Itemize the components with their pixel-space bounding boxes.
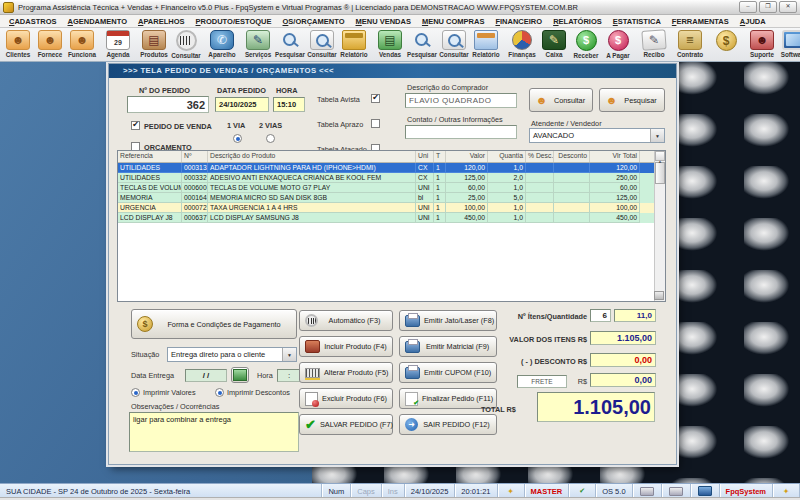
table-cell[interactable] xyxy=(554,183,590,193)
servi-os-toolbar-button[interactable]: ✎Serviços xyxy=(242,29,274,60)
fornece-toolbar-button[interactable]: ☻Fornece xyxy=(34,29,66,60)
menu-item-menu-compras[interactable]: MENU COMPRAS xyxy=(417,16,490,27)
table-cell[interactable]: 450,00 xyxy=(446,213,488,223)
scroll-thumb[interactable] xyxy=(655,162,665,184)
menu-item-estatistica[interactable]: ESTATISTICA xyxy=(608,16,666,27)
emitir-jato-laser-f8-button[interactable]: Emitir Jato/Laser (F8) xyxy=(399,310,497,331)
salvar-pedido-f7-button[interactable]: ✔SALVAR PEDIDO (F7) xyxy=(299,414,393,435)
table-cell[interactable]: 1 xyxy=(434,163,446,173)
table-row[interactable]: MEMORIA000164MEMORIA MICRO SD SAN DISK 8… xyxy=(118,193,665,203)
coins-toolbar-button[interactable]: $ xyxy=(710,29,742,60)
table-cell[interactable]: 125,00 xyxy=(590,193,640,203)
table-row[interactable]: URGENCIA000072TAXA URGENCIA 1 A 4 HRSUNI… xyxy=(118,203,665,213)
table-cell[interactable]: 1 xyxy=(434,183,446,193)
suporte-toolbar-button[interactable]: ☻Suporte xyxy=(746,29,778,60)
order-time-field[interactable]: 15:10 xyxy=(273,97,305,112)
receber-toolbar-button[interactable]: $Receber xyxy=(570,29,602,60)
menu-item-ajuda[interactable]: AJUDA xyxy=(735,16,771,27)
price-table-term-checkbox[interactable] xyxy=(371,119,380,128)
vendas-toolbar-button[interactable]: ▤Vendas xyxy=(374,29,406,60)
aparelho-toolbar-button[interactable]: ✆Aparelho xyxy=(206,29,238,60)
table-cell[interactable]: 000313 xyxy=(182,163,208,173)
column-header-descri-o-do-produto[interactable]: Descrição do Produto xyxy=(208,151,416,162)
table-cell[interactable]: 1 xyxy=(434,213,446,223)
table-cell[interactable] xyxy=(526,163,554,173)
order-date-field[interactable]: 24/10/2025 xyxy=(215,97,269,112)
menu-item-os-or-amento[interactable]: OS/ORÇAMENTO xyxy=(278,16,350,27)
table-cell[interactable]: 1,0 xyxy=(488,203,526,213)
table-cell[interactable]: 25,00 xyxy=(446,193,488,203)
payment-terms-button[interactable]: $ Forma e Condições de Pagamento xyxy=(131,309,297,339)
finan-as-toolbar-button[interactable]: Finanças xyxy=(506,29,538,60)
table-cell[interactable]: 450,00 xyxy=(590,213,640,223)
table-cell[interactable]: 120,00 xyxy=(446,163,488,173)
table-cell[interactable] xyxy=(554,163,590,173)
column-header-referencia[interactable]: Referencia xyxy=(118,151,182,162)
agenda-toolbar-button[interactable]: 29Agenda xyxy=(102,29,134,60)
table-cell[interactable]: 1 xyxy=(434,203,446,213)
table-cell[interactable]: CX xyxy=(416,173,434,183)
a-pagar-toolbar-button[interactable]: $A Pagar xyxy=(602,29,634,60)
table-cell[interactable]: bl xyxy=(416,193,434,203)
menu-item-financeiro[interactable]: FINANCEIRO xyxy=(490,16,547,27)
column-header-n[interactable]: Nº xyxy=(182,151,208,162)
table-cell[interactable]: 1 xyxy=(434,173,446,183)
table-cell[interactable]: 000072 xyxy=(182,203,208,213)
notes-textarea[interactable]: ligar para combinar a entrega xyxy=(129,412,299,452)
funciona-toolbar-button[interactable]: ☻Funciona xyxy=(66,29,98,60)
restore-button[interactable]: ❐ xyxy=(759,1,777,13)
clientes-toolbar-button[interactable]: ☻Clientes xyxy=(2,29,34,60)
table-cell[interactable]: URGENCIA xyxy=(118,203,182,213)
table-row[interactable]: UTILIDADES000332ADESIVO ANTI ENXAQUECA C… xyxy=(118,173,665,183)
menu-item-cadastros[interactable]: CADASTROS xyxy=(4,16,62,27)
table-cell[interactable]: 2,0 xyxy=(488,173,526,183)
salesperson-dropdown-arrow[interactable] xyxy=(650,129,664,142)
table-cell[interactable]: TECLAS DE VOLUME xyxy=(118,183,182,193)
table-cell[interactable]: ADAPTADOR LIGHTNING PARA HD (IPHONE>HDMI… xyxy=(208,163,416,173)
pesquisar-toolbar-button[interactable]: Pesquisar xyxy=(274,29,306,60)
autom-tico-f3-button[interactable]: Automático (F3) xyxy=(299,310,393,331)
sair-pedido-f12-button[interactable]: ➜SAIR PEDIDO (F12) xyxy=(399,414,497,435)
search-customer-button[interactable]: ☻ Pesquisar xyxy=(599,88,665,112)
minimize-button[interactable]: – xyxy=(739,1,757,13)
table-cell[interactable]: 5,0 xyxy=(488,193,526,203)
table-cell[interactable] xyxy=(554,203,590,213)
table-cell[interactable]: 000332 xyxy=(182,173,208,183)
buyer-field[interactable]: FLAVIO QUADRADO xyxy=(405,93,517,108)
excluir-produto-f6-button[interactable]: Excluir Produto (F6) xyxy=(299,388,393,409)
produtos-toolbar-button[interactable]: ▤Produtos xyxy=(138,29,170,60)
alterar-produto-f5-button[interactable]: Alterar Produto (F5) xyxy=(299,362,393,383)
salesperson-select[interactable]: AVANCADO xyxy=(529,128,665,143)
table-cell[interactable]: 1,0 xyxy=(488,213,526,223)
table-cell[interactable]: 000164 xyxy=(182,193,208,203)
table-cell[interactable]: LCD DISPLAY J8 xyxy=(118,213,182,223)
column-header-desconto[interactable]: Desconto xyxy=(554,151,590,162)
table-cell[interactable]: UNI xyxy=(416,213,434,223)
table-cell[interactable]: 1,0 xyxy=(488,183,526,193)
table-cell[interactable]: 100,00 xyxy=(446,203,488,213)
table-cell[interactable] xyxy=(526,193,554,203)
print-discounts-radio[interactable] xyxy=(215,388,224,397)
table-cell[interactable]: MEMORIA MICRO SD SAN DISK 8GB xyxy=(208,193,416,203)
scroll-up-arrow[interactable] xyxy=(655,151,665,161)
consultar-toolbar-button[interactable]: Consultar xyxy=(438,29,470,60)
table-cell[interactable] xyxy=(554,213,590,223)
print-values-radio[interactable] xyxy=(131,388,140,397)
table-cell[interactable]: 1,0 xyxy=(488,163,526,173)
table-cell[interactable]: MEMORIA xyxy=(118,193,182,203)
relat-rio-toolbar-button[interactable]: Relatório xyxy=(470,29,502,60)
table-cell[interactable] xyxy=(526,213,554,223)
caixa-toolbar-button[interactable]: ✎Caixa xyxy=(538,29,570,60)
close-button[interactable]: ✕ xyxy=(779,1,797,13)
consultar-toolbar-button[interactable]: Consultar xyxy=(170,29,202,60)
menu-item-ferramentas[interactable]: FERRAMENTAS xyxy=(667,16,734,27)
column-header-t[interactable]: T xyxy=(434,151,446,162)
table-cell[interactable]: 100,00 xyxy=(590,203,640,213)
table-row[interactable]: LCD DISPLAY J8000637LCD DISPLAY SAMSUNG … xyxy=(118,213,665,223)
order-number-field[interactable]: 362 xyxy=(127,96,209,113)
table-cell[interactable]: TECLAS DE VOLUME MOTO G7 PLAY xyxy=(208,183,416,193)
calendar-button[interactable] xyxy=(231,367,249,383)
table-cell[interactable]: ADESIVO ANTI ENXAQUECA CRIANCA BE KOOL F… xyxy=(208,173,416,183)
table-cell[interactable]: UNI xyxy=(416,203,434,213)
consultar-toolbar-button[interactable]: Consultar xyxy=(306,29,338,60)
